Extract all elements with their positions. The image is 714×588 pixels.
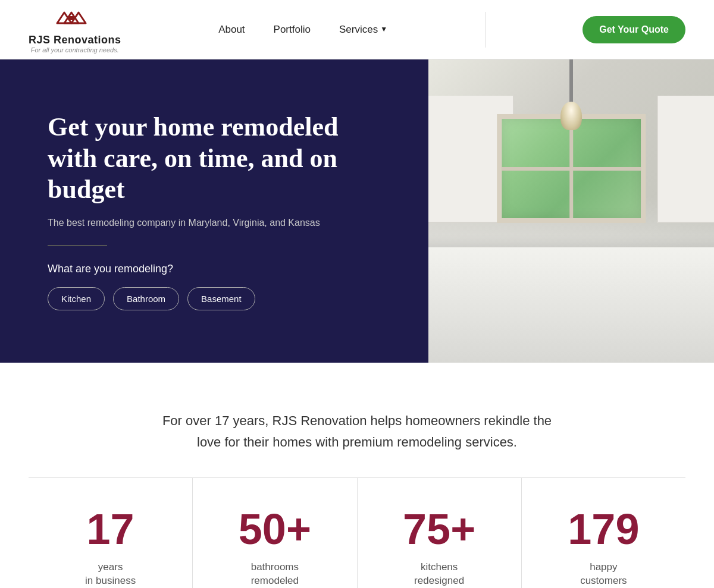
hero-divider [48, 245, 107, 246]
hero-question: What are you remodeling? [48, 263, 381, 275]
nav-services-container[interactable]: Services ▼ [339, 24, 387, 36]
about-section: For over 17 years, RJS Renovation helps … [0, 363, 714, 477]
stat-kitchens: 75+ kitchensredesigned [358, 478, 522, 588]
nav-portfolio[interactable]: Portfolio [274, 24, 311, 36]
chevron-down-icon: ▼ [380, 25, 387, 34]
header: RJS Renovations For all your contracting… [0, 0, 714, 59]
bathroom-button[interactable]: Bathroom [113, 287, 179, 310]
stat-customers-number: 179 [534, 508, 674, 551]
nav-services[interactable]: Services [339, 24, 378, 36]
cabinet-right [657, 96, 714, 223]
hero-title: Get your home remodeled with care, on ti… [48, 112, 381, 206]
get-quote-button[interactable]: Get Your Quote [583, 16, 685, 43]
hero-section: Get your home remodeled with care, on ti… [0, 59, 714, 363]
stat-customers: 179 happycustomers [522, 478, 685, 588]
stat-years: 17 yearsin business [29, 478, 193, 588]
kitchen-button[interactable]: Kitchen [48, 287, 105, 310]
pendant-bulb [560, 102, 582, 130]
stat-bathrooms-label: bathroomsremodeled [205, 560, 345, 588]
logo[interactable]: RJS Renovations For all your contracting… [29, 5, 121, 54]
nav-about[interactable]: About [218, 24, 245, 36]
stat-bathrooms: 50+ bathroomsremodeled [193, 478, 357, 588]
kitchen-photo [428, 59, 714, 363]
logo-icon [51, 5, 99, 34]
basement-button[interactable]: Basement [187, 287, 255, 310]
remodel-options: Kitchen Bathroom Basement [48, 287, 381, 310]
svg-rect-3 [69, 16, 74, 20]
logo-tagline: For all your contracting needs. [31, 46, 119, 54]
hero-content: Get your home remodeled with care, on ti… [0, 59, 428, 363]
hero-subtitle: The best remodeling company in Maryland,… [48, 218, 381, 228]
stat-years-label: yearsin business [40, 560, 180, 588]
kitchen-counter [428, 247, 714, 363]
logo-name: RJS Renovations [29, 34, 121, 46]
stat-bathrooms-number: 50+ [205, 508, 345, 551]
stat-years-number: 17 [40, 508, 180, 551]
stats-section: 17 yearsin business 50+ bathroomsremodel… [29, 477, 685, 588]
stat-customers-label: happycustomers [534, 560, 674, 588]
hero-image [428, 59, 714, 363]
about-text: For over 17 years, RJS Renovation helps … [149, 410, 565, 454]
main-nav: About Portfolio Services ▼ [218, 24, 387, 36]
nav-divider [485, 12, 486, 48]
stat-kitchens-number: 75+ [369, 508, 509, 551]
stat-kitchens-label: kitchensredesigned [369, 560, 509, 588]
